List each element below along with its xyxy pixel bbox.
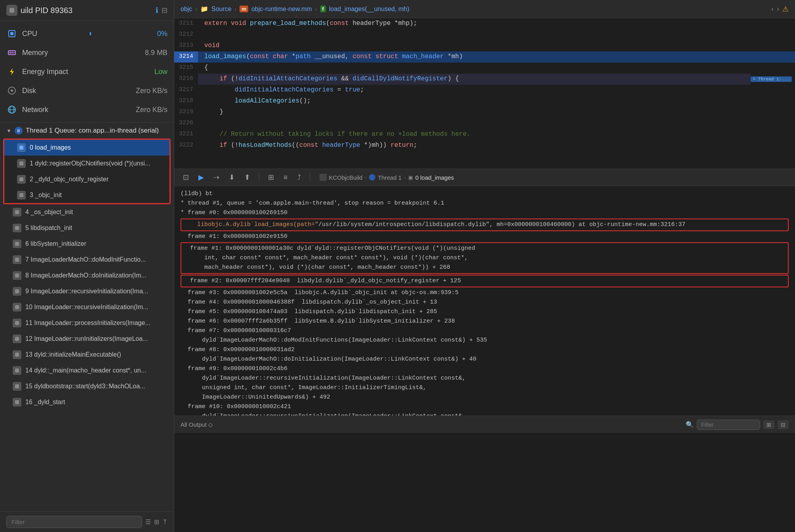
step-over-btn[interactable]: ⇢ [211, 171, 222, 183]
console-frame8-detail: dyld`ImageLoaderMachO::doInitialization(… [181, 355, 789, 364]
code-line-3213: 3213 void [174, 40, 795, 51]
tb-frame-icon: ▣ [408, 175, 413, 180]
thread-item-5[interactable]: 5 libdispatch_init [0, 220, 174, 236]
step-out-btn[interactable]: ⬆ [242, 171, 253, 183]
thread-item-14[interactable]: 14 dyld::_main(macho_header const*, un..… [0, 363, 174, 378]
code-view[interactable]: 3211 extern void prepare_load_methods(co… [174, 18, 795, 169]
breadcrumb-source[interactable]: Source [211, 6, 232, 13]
line-num-3214: 3214 [174, 51, 198, 63]
console-frame1-box: frame #1: 0x0000000100001a30c dyld`dyld:… [181, 242, 789, 274]
filter-input[interactable] [6, 516, 142, 528]
output-label[interactable]: All Output ◇ [181, 421, 213, 428]
console-frame9-detail2: unsigned int, char const*, ImageLoader::… [181, 383, 789, 393]
svg-rect-18 [15, 226, 19, 230]
item-0-label: 0 load_images [30, 144, 71, 151]
svg-rect-0 [10, 8, 14, 13]
line-content-3211: extern void prepare_load_methods(const h… [198, 18, 795, 29]
item-9-icon [13, 287, 21, 296]
split-view-btn[interactable]: ⊟ [778, 420, 789, 429]
thread-item-7[interactable]: 7 ImageLoaderMachO::doModInitFunctio... [0, 252, 174, 268]
thread-header[interactable]: ▼ ⏸ Thread 1 Queue: com.app...in-thread … [0, 123, 174, 139]
item-3-icon [17, 191, 26, 200]
thread-item-2[interactable]: 2 _dyld_objc_notify_register [4, 171, 169, 187]
console-frame1-detail3: mach_header const*), void (*)(char const… [183, 263, 786, 272]
item-13-label: 13 dyld::initializeMainExecutable() [25, 351, 121, 358]
item-5-label: 5 libdispatch_init [25, 224, 72, 232]
code-line-3216: 3216 if (!didInitialAttachCategories && … [174, 74, 795, 85]
svg-rect-15 [19, 177, 23, 181]
thread-item-6[interactable]: 6 libSystem_initializer [0, 236, 174, 252]
item-8-label: 8 ImageLoaderMachO::doInitialization(Im.… [25, 272, 146, 279]
thread-item-16[interactable]: 16 _dyld_start [0, 394, 174, 410]
info-icon[interactable]: ℹ [156, 6, 158, 15]
item-10-label: 10 ImageLoader::recursiveInitialization(… [25, 304, 148, 311]
svg-rect-4 [10, 52, 11, 53]
line-num-3219: 3219 [174, 107, 198, 118]
folder-icon: 📁 [200, 5, 208, 13]
grid-icon[interactable]: ⊞ [154, 518, 159, 526]
sort-icon[interactable]: ⤒ [162, 518, 167, 526]
registers-btn[interactable]: ≡ [281, 172, 290, 183]
bottom-right: 🔍 ⊞ ⊟ [686, 420, 789, 430]
item-4-icon [13, 208, 21, 217]
console-frame3: frame #3: 0x00000001002e5c5a libobjc.A.d… [181, 288, 789, 298]
svg-rect-26 [15, 353, 19, 357]
network-metric: Network Zero KB/s [0, 100, 174, 119]
console-frame8-addr: frame #8: 0x000000010000031ad2 [181, 345, 789, 355]
activity-icon[interactable]: ⊟ [162, 6, 167, 15]
thread-item-1[interactable]: 1 dyld::registerObjCNotifiers(void (*)(u… [4, 156, 169, 171]
thread-item-12[interactable]: 12 ImageLoader::runInitializers(ImageLoa… [0, 331, 174, 347]
svg-rect-19 [15, 242, 19, 246]
filter-bar: ☰ ⊞ ⤒ [0, 511, 174, 532]
thread-item-9[interactable]: 9 ImageLoader::recursiveInitialization(I… [0, 283, 174, 299]
share-btn[interactable]: ⤴ [295, 172, 303, 183]
thread-item-15[interactable]: 15 dyldbootstrap::start(dyld3::MachOLoa.… [0, 378, 174, 394]
list-icon[interactable]: ☰ [145, 518, 151, 526]
console-frame1-detail1: frame #1: 0x0000000100001a30c dyld`dyld:… [183, 244, 786, 253]
thread-item-8[interactable]: 8 ImageLoaderMachO::doInitialization(Im.… [0, 268, 174, 283]
nav-forward[interactable]: › [777, 5, 779, 13]
svg-rect-29 [15, 400, 19, 404]
debug-toolbar: ⊡ ▶ ⇢ ⬇ ⬆ ⊞ ≡ ⤴ KCObjcBuild › Thread 1 ›… [174, 169, 795, 186]
code-line-3221: 3221 // Return without taking locks if t… [174, 129, 795, 140]
cpu-bar [90, 32, 91, 35]
item-4-label: 4 _os_object_init [25, 209, 73, 216]
console-frame5: frame #5: 0x0000000100474a03 libdispatch… [181, 307, 789, 317]
console-view[interactable]: (lldb) bt * thread #1, queue = 'com.appl… [174, 186, 795, 416]
app-title: uild PID 89363 [21, 6, 72, 15]
tile-view-btn[interactable]: ⊞ [763, 420, 774, 429]
nav-back[interactable]: ‹ [771, 5, 774, 13]
line-content-3215: { [198, 63, 795, 74]
breadcrumb-objc[interactable]: objc [181, 6, 192, 13]
step-into-btn[interactable]: ⬇ [226, 171, 237, 183]
thread-item-4[interactable]: 4 _os_object_init [0, 204, 174, 220]
threads-section: ▼ ⏸ Thread 1 Queue: com.app...in-thread … [0, 123, 174, 511]
item-8-icon [13, 271, 21, 280]
thread-collapse-icon: ▼ [6, 128, 11, 134]
thread-item-0[interactable]: 0 load_images [4, 140, 169, 156]
thread-item-13[interactable]: 13 dyld::initializeMainExecutable() [0, 347, 174, 363]
line-content-3219: } [198, 107, 795, 118]
console-frame2-box: frame #2: 0x00007fff204e9040 libdyld.dyl… [181, 275, 789, 287]
variables-btn[interactable]: ⊞ [266, 171, 276, 183]
line-num-3222: 3222 [174, 140, 198, 151]
bottom-bar: All Output ◇ 🔍 ⊞ ⊟ [174, 416, 795, 433]
console-frame1-detail2: int, char const* const*, mach_header con… [183, 253, 786, 263]
memory-metric: Memory 8.9 MB [0, 43, 174, 62]
console-frame9-detail1: dyld`ImageLoader::recursiveInitializatio… [181, 374, 789, 383]
code-line-3215: 3215 { [174, 63, 795, 74]
breadcrumb-func[interactable]: load_images(__unused, mh) [329, 6, 409, 13]
main-container: uild PID 89363 ℹ ⊟ CPU 0% [0, 0, 795, 532]
energy-value: Low [154, 68, 167, 76]
breadcrumb-filename[interactable]: objc-runtime-new.mm [251, 6, 312, 13]
thread-item-3[interactable]: 3 _objc_init [4, 187, 169, 203]
thread-item-10[interactable]: 10 ImageLoader::recursiveInitialization(… [0, 299, 174, 315]
toolbar-sep-1 [259, 173, 259, 182]
bottom-filter-input[interactable] [697, 420, 760, 430]
line-num-3220: 3220 [174, 118, 198, 129]
layout-btn[interactable]: ⊡ [181, 171, 191, 183]
item-14-icon [13, 366, 21, 375]
func-badge: f [320, 6, 326, 12]
play-btn[interactable]: ▶ [196, 171, 206, 183]
thread-item-11[interactable]: 11 ImageLoader::processInitializers(Imag… [0, 315, 174, 331]
